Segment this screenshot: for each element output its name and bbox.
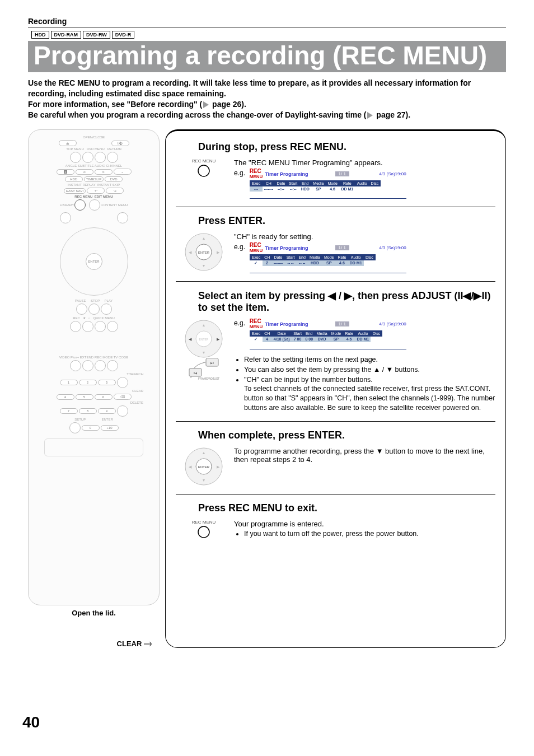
intro-line2a: For more information, see "Before record… [28, 100, 202, 109]
step4-pretext: To programme another recording, press th… [234, 447, 495, 464]
osd-screenshot-2: RECMENU Timer Programing 1/ 1 4/3 (Sa)19… [250, 243, 406, 273]
svg-text:FRAME/ADJUST: FRAME/ADJUST [198, 377, 219, 380]
svg-text:▲: ▲ [202, 236, 206, 240]
svg-text:ENTER: ENTER [198, 465, 210, 469]
osd-screenshot-1: RECMENU Timer Programing 1/ 1 4/3 (Sa)19… [250, 169, 406, 199]
remote-panel: OPEN/CLOSE ⏏I/⏻ TOP MENU DVD MENU RETURN… [28, 129, 160, 648]
osd-screenshot-3: RECMENU Timer Programing 1/ 1 4/3 (Sa)19… [250, 319, 406, 349]
remote-open-lid: Open the lid. [28, 609, 160, 617]
section-heading: Recording [28, 17, 506, 27]
tag-dvdrw: DVD-RW [83, 31, 110, 39]
remote-clear-label: CLEAR [28, 640, 160, 648]
intro-line1: Use the REC MENU to program a recording.… [28, 78, 471, 98]
step3-bullets: Refer to the setting items on the next p… [234, 355, 495, 413]
svg-text:▼: ▼ [202, 264, 206, 268]
adjust-dpad-icon: ENTER ▲ ▼ ◀ ▶ II◀ ▶II FRAME/ADJUST [181, 319, 226, 381]
enter-dpad-icon: ENTER ▲ ▼ ◀ ▶ [181, 447, 226, 486]
intro-text: Use the REC MENU to program a recording.… [28, 78, 506, 120]
svg-text:▼: ▼ [202, 478, 206, 482]
step1-pretext: The "REC MENU Timer Programing" appears. [234, 158, 495, 167]
tag-hdd: HDD [31, 31, 49, 39]
steps-panel: During stop, press REC MENU. REC MENU Th… [165, 129, 506, 648]
tag-dvdram: DVD-RAM [51, 31, 82, 39]
step4-head: When complete, press ENTER. [198, 430, 495, 441]
step3-head: Select an item by pressing ◀ / ▶, then p… [198, 290, 495, 314]
svg-text:ENTER: ENTER [198, 251, 210, 254]
svg-text:ENTER: ENTER [199, 338, 209, 341]
intro-line3b: page 27). [374, 110, 410, 119]
step1-head: During stop, press REC MENU. [198, 141, 495, 153]
eg-label: e.g. [234, 243, 245, 251]
svg-point-0 [198, 165, 209, 176]
svg-text:▶II: ▶II [210, 361, 214, 365]
enter-dpad-icon: ENTER ▲ ▼ ◀ ▶ [181, 232, 226, 272]
arrow-icon [367, 112, 373, 119]
intro-line3a: Be careful when you program a recording … [28, 110, 366, 119]
arrow-icon [203, 101, 209, 108]
eg-label: e.g. [234, 169, 245, 177]
rec-menu-button-icon: REC MENU [181, 158, 226, 178]
svg-point-27 [198, 526, 209, 538]
svg-text:▲: ▲ [202, 451, 206, 455]
intro-line2b: page 26). [210, 100, 246, 109]
svg-text:▲: ▲ [202, 323, 206, 327]
remote-illustration: OPEN/CLOSE ⏏I/⏻ TOP MENU DVD MENU RETURN… [28, 129, 160, 605]
tag-dvdr: DVD-R [112, 31, 135, 39]
page-number: 40 [22, 713, 40, 731]
step2-pretext: "CH" is ready for setting. [234, 232, 495, 241]
svg-text:▼: ▼ [202, 351, 206, 354]
step5-pretext: Your programme is entered. [234, 520, 495, 528]
page-title: Programing a recording (REC MENU) [28, 41, 506, 72]
rec-menu-button-icon: REC MENU [181, 520, 226, 539]
step2-head: Press ENTER. [198, 215, 495, 227]
step5-head: Press REC MENU to exit. [198, 502, 495, 514]
step5-bullets: If you want to turn off the power, press… [234, 529, 495, 539]
eg-label: e.g. [234, 319, 245, 327]
svg-text:II◀: II◀ [194, 371, 198, 375]
media-tags: HDD DVD-RAM DVD-RW DVD-R [31, 31, 506, 39]
